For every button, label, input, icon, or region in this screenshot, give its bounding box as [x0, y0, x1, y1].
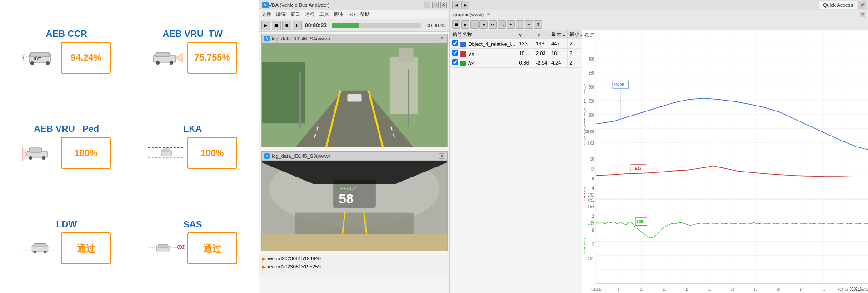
sas-title: SAS: [183, 219, 202, 230]
menu-window[interactable]: 窗口: [290, 11, 300, 18]
file-item-1[interactable]: ▶ record20230815195259: [261, 263, 448, 271]
svg-rect-13: [29, 148, 42, 152]
graphic-toolbar-btn1[interactable]: ◀: [452, 1, 460, 9]
signal-row-2[interactable]: Ax 0.36 -2.94 4.24 2 ...: [450, 58, 582, 68]
sub-close-s4[interactable]: ✕: [439, 36, 444, 41]
sas-value: 通过: [203, 242, 221, 255]
adas-cell-aeb-vru-ped: AEB VRU_ Ped 100%: [5, 100, 129, 193]
sig-tb-9[interactable]: ⇔: [525, 20, 533, 29]
svg-text:Key:: Key:: [838, 286, 843, 292]
graphic-controls[interactable]: ✕: [860, 12, 865, 17]
toolbar-btn-3[interactable]: ⏺: [282, 21, 291, 30]
graphic-pin-btn[interactable]: 📌: [858, 1, 866, 9]
svg-text:Object_4_relative_longitudinal: Object_4_relative_longitudinal_d: [583, 84, 586, 146]
sub-close-s3[interactable]: ✕: [439, 153, 444, 159]
menu-script[interactable]: 脚本: [334, 11, 344, 18]
signal-check-0[interactable]: [452, 40, 458, 46]
sig-tb-7[interactable]: +: [507, 20, 515, 29]
signal-check-1[interactable]: [452, 50, 458, 56]
left-panel: AEB CCR GVT 94.24%: [0, 0, 259, 293]
toolbar-btn-2[interactable]: ⏹: [272, 21, 281, 30]
right-panel: ◀ ▶ Quick Access 📌 graphic(www) ≡ ✕ ⏹ ▶ …: [450, 0, 868, 293]
svg-text:2: 2: [592, 213, 594, 219]
svg-text:451.27: 451.27: [584, 33, 594, 38]
svg-text:250: 250: [589, 98, 594, 104]
aeb-vru-ped-value-box: 100%: [61, 137, 111, 169]
svg-text:58: 58: [339, 192, 354, 206]
lka-value-box: 100%: [187, 137, 237, 169]
quick-access-label: Quick Access: [823, 2, 853, 8]
graphic-toolbar-btn2[interactable]: ▶: [461, 1, 469, 9]
menu-tools[interactable]: 工具: [319, 11, 329, 18]
svg-rect-21: [34, 243, 46, 247]
close-button[interactable]: ✕: [440, 2, 447, 8]
minimize-button[interactable]: _: [424, 2, 430, 8]
svg-text:350: 350: [589, 71, 594, 76]
aeb-ccr-value-box: 94.24%: [61, 42, 111, 74]
file-list: ▶ record20230815194940 ▶ record202308151…: [259, 253, 449, 276]
sig-tb-8[interactable]: -: [516, 20, 524, 29]
signal-check-2[interactable]: [452, 59, 458, 65]
file-name-0: record20230815194940: [268, 256, 321, 261]
file-icon-0: ▶: [262, 256, 266, 261]
vba-menubar: 文件 编辑 窗口 运行 工具 脚本 I/O 帮助: [259, 10, 449, 19]
file-item-0[interactable]: ▶ record20230815194940: [261, 254, 448, 263]
svg-text:11: 11: [663, 287, 666, 292]
signal-table-wrap[interactable]: 信号名称 y -y 最大... 最小... d Object_4_relativ…: [450, 30, 582, 293]
menu-help[interactable]: 帮助: [360, 11, 370, 18]
sub-title-s4: log_data_ID146_S4(www): [272, 36, 330, 41]
progress-fill: [332, 23, 359, 28]
chart-area: 362.86 -16.57 1.39 451.27 400 350 300 25…: [582, 30, 868, 293]
menu-edit[interactable]: 编辑: [276, 11, 286, 18]
col-min: 最小...: [568, 30, 582, 39]
svg-point-9: [170, 61, 173, 65]
svg-text:12: 12: [590, 167, 594, 172]
svg-text:4: 4: [592, 185, 594, 191]
svg-point-33: [179, 245, 180, 247]
signal-row-1[interactable]: Vx 15... 2.03 18... 2 ...: [450, 49, 582, 58]
progress-bar: [332, 23, 421, 28]
vba-panel: V VBA (Vehicle Bus Analyzer) _ □ ✕ 文件 编辑…: [259, 0, 450, 293]
menu-run[interactable]: 运行: [305, 11, 315, 18]
menu-file[interactable]: 文件: [261, 11, 271, 18]
svg-point-8: [156, 61, 160, 65]
sig-tb-6[interactable]: 🔍: [498, 20, 506, 29]
svg-text:00:02:13: 00:02:13: [850, 286, 862, 292]
col-max: 最大...: [549, 30, 568, 39]
sig-tb-1[interactable]: ⏹: [452, 20, 460, 29]
graphic-title-bar: graphic(www) ≡ ✕: [450, 10, 868, 19]
ldw-icon: [22, 237, 58, 260]
svg-text:400: 400: [589, 56, 594, 62]
sig-tb-5[interactable]: ⏭: [489, 20, 497, 29]
sig-tb-2[interactable]: ▶: [461, 20, 469, 29]
menu-io[interactable]: I/O: [349, 12, 355, 17]
signal-row-0[interactable]: Object_4_relative_l... 133... 133 447...…: [450, 39, 582, 49]
svg-text:300: 300: [589, 85, 594, 90]
adas-cell-lka: LKA 100%: [131, 100, 255, 193]
ldw-row: 通过: [22, 232, 111, 264]
lka-row: 100%: [148, 137, 237, 169]
graphic-close-btn[interactable]: ✕: [860, 12, 865, 17]
col-name: 信号名称: [450, 30, 517, 39]
svg-text:Ax(m/s²): Ax(m/s²): [583, 238, 586, 254]
svg-point-36: [183, 245, 184, 247]
sub-controls-s4[interactable]: ✕: [439, 36, 444, 41]
sig-tb-3[interactable]: ⏸: [470, 20, 479, 29]
aeb-vru-tw-value: 75.755%: [194, 52, 230, 63]
toolbar-btn-4[interactable]: ⏸: [293, 21, 302, 30]
svg-text:Vx(m/s): Vx(m/s): [583, 187, 586, 202]
sub-title-s3: log_data_ID145_S3(www): [272, 153, 330, 159]
sig-tb-10[interactable]: ⇕: [534, 20, 542, 29]
svg-rect-41: [262, 62, 305, 123]
svg-text:-3.01: -3.01: [587, 256, 594, 261]
aeb-vru-tw-title: AEB VRU_TW: [163, 29, 223, 39]
svg-rect-7: [156, 52, 170, 57]
sub-controls-s3[interactable]: ✕: [439, 153, 444, 159]
sub-titlebar-s3: V log_data_ID145_S3(www) ✕: [262, 152, 447, 161]
adas-cell-ldw: LDW 通过: [5, 195, 129, 288]
vba-window-controls[interactable]: _ □ ✕: [424, 2, 447, 8]
toolbar-btn-1[interactable]: ▶: [261, 21, 270, 30]
sig-tb-4[interactable]: ⏮: [479, 20, 488, 29]
maximize-button[interactable]: □: [432, 2, 439, 8]
quick-access-bar[interactable]: Quick Access: [819, 1, 857, 9]
